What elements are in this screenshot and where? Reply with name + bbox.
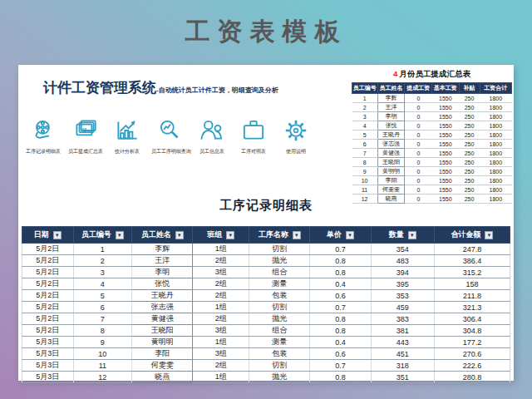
table-cell[interactable]: 250 bbox=[459, 112, 480, 121]
table-cell[interactable]: 11 bbox=[352, 185, 378, 195]
table-cell[interactable]: 0.6 bbox=[310, 290, 371, 302]
filter-dropdown-icon[interactable]: ▼ bbox=[346, 231, 354, 239]
filter-dropdown-icon[interactable]: ▼ bbox=[175, 231, 184, 239]
table-cell[interactable]: 1800 bbox=[480, 185, 511, 195]
table-cell[interactable]: 459 bbox=[371, 302, 434, 313]
table-cell[interactable]: 王晓丹 bbox=[377, 131, 405, 140]
table-cell[interactable]: 5月3日 bbox=[22, 360, 74, 372]
table-cell[interactable]: 5月2日 bbox=[22, 302, 74, 313]
table-cell[interactable]: 张悦 bbox=[377, 121, 405, 131]
table-cell[interactable]: 9 bbox=[352, 167, 378, 176]
table-cell[interactable]: 李明 bbox=[377, 112, 405, 121]
table-cell[interactable]: 394 bbox=[371, 267, 434, 278]
table-cell[interactable]: 1组 bbox=[193, 372, 249, 383]
table-cell[interactable]: 王晓阳 bbox=[132, 325, 193, 337]
table-cell[interactable]: 0.8 bbox=[310, 372, 371, 383]
filter-dropdown-icon[interactable]: ▼ bbox=[116, 231, 124, 239]
table-cell[interactable]: 0.8 bbox=[310, 255, 371, 267]
table-cell[interactable]: 158 bbox=[434, 278, 510, 290]
table-cell[interactable]: 0.8 bbox=[310, 267, 371, 278]
table-cell[interactable]: 1组 bbox=[193, 244, 249, 255]
table-cell[interactable]: 1组 bbox=[193, 337, 249, 348]
table-cell[interactable]: 250 bbox=[459, 185, 480, 195]
table-cell[interactable]: 3组 bbox=[193, 348, 249, 360]
table-cell[interactable]: 1800 bbox=[480, 94, 511, 103]
table-cell[interactable]: 250 bbox=[459, 121, 480, 131]
table-cell[interactable]: 353 bbox=[371, 290, 434, 302]
table-cell[interactable]: 483 bbox=[371, 255, 434, 267]
table-cell[interactable]: 0 bbox=[405, 185, 432, 195]
table-cell[interactable]: 0 bbox=[405, 94, 432, 103]
table-cell[interactable]: 1组 bbox=[193, 302, 249, 313]
table-cell[interactable]: 组合 bbox=[249, 267, 309, 278]
table-cell[interactable]: 包装 bbox=[249, 290, 309, 302]
filter-dropdown-icon[interactable]: ▼ bbox=[226, 231, 234, 239]
table-cell[interactable]: 5月2日 bbox=[22, 278, 74, 290]
table-cell[interactable]: 1800 bbox=[480, 140, 511, 149]
table-cell[interactable]: 5月3日 bbox=[22, 348, 74, 360]
table-cell[interactable]: 1800 bbox=[480, 103, 511, 112]
nav-item-process-records[interactable]: 工序记录明细表 bbox=[23, 116, 63, 155]
nav-item-commission-summary[interactable]: ¥ 员工提成汇总表 bbox=[66, 116, 106, 155]
table-cell[interactable]: 2组 bbox=[193, 360, 249, 372]
table-cell[interactable]: 李明 bbox=[132, 267, 193, 278]
table-cell[interactable]: 0 bbox=[405, 112, 432, 121]
table-cell[interactable]: 2组 bbox=[193, 278, 249, 290]
table-cell[interactable]: 1550 bbox=[431, 94, 459, 103]
table-cell[interactable]: 0.8 bbox=[310, 325, 371, 337]
table-cell[interactable]: 1550 bbox=[431, 149, 459, 158]
table-cell[interactable]: 何雯雯 bbox=[377, 185, 405, 195]
table-cell[interactable]: 组合 bbox=[249, 325, 309, 337]
table-cell[interactable]: 7 bbox=[73, 313, 131, 325]
table-cell[interactable]: 0.4 bbox=[310, 278, 371, 290]
table-cell[interactable]: 晓燕 bbox=[132, 372, 193, 383]
table-cell[interactable]: 250 bbox=[459, 131, 480, 140]
table-cell[interactable]: 0 bbox=[405, 131, 432, 140]
table-cell[interactable]: 6 bbox=[352, 140, 378, 149]
table-cell[interactable]: 383 bbox=[371, 313, 434, 325]
table-cell[interactable]: 2 bbox=[352, 103, 378, 112]
table-cell[interactable]: 黄明明 bbox=[132, 337, 193, 348]
table-cell[interactable]: 315.2 bbox=[434, 267, 510, 278]
table-cell[interactable]: 0 bbox=[405, 103, 432, 112]
nav-item-instructions[interactable]: 使用说明 bbox=[276, 116, 316, 155]
table-cell[interactable]: 5月2日 bbox=[22, 267, 74, 278]
table-cell[interactable]: 5月2日 bbox=[22, 313, 74, 325]
table-cell[interactable]: 250 bbox=[459, 158, 480, 167]
table-cell[interactable]: 321.3 bbox=[434, 302, 510, 313]
table-cell[interactable]: 李辉 bbox=[132, 244, 193, 255]
table-cell[interactable]: 1550 bbox=[431, 176, 459, 185]
table-cell[interactable]: 1550 bbox=[431, 103, 459, 112]
table-cell[interactable]: 1550 bbox=[431, 112, 459, 121]
filter-dropdown-icon[interactable]: ▼ bbox=[53, 231, 62, 239]
table-cell[interactable]: 切割 bbox=[249, 360, 309, 372]
table-cell[interactable]: 451 bbox=[371, 348, 434, 360]
table-cell[interactable]: 1800 bbox=[480, 158, 511, 167]
table-cell[interactable]: 8 bbox=[352, 158, 378, 167]
table-cell[interactable]: 李阳 bbox=[377, 176, 405, 185]
table-cell[interactable]: 5 bbox=[352, 131, 378, 140]
table-cell[interactable]: 12 bbox=[73, 372, 131, 383]
table-cell[interactable]: 李辉 bbox=[377, 94, 405, 103]
table-cell[interactable]: 王洋 bbox=[132, 255, 193, 267]
table-cell[interactable]: 切割 bbox=[249, 302, 309, 313]
table-cell[interactable]: 395 bbox=[371, 278, 434, 290]
table-cell[interactable]: 黄健强 bbox=[132, 313, 193, 325]
table-cell[interactable]: 1800 bbox=[480, 149, 511, 158]
table-cell[interactable]: 1800 bbox=[480, 112, 511, 121]
table-cell[interactable]: 11 bbox=[73, 360, 131, 372]
table-cell[interactable]: 4 bbox=[352, 121, 378, 131]
table-cell[interactable]: 包装 bbox=[249, 348, 309, 360]
filter-dropdown-icon[interactable]: ▼ bbox=[293, 231, 301, 239]
table-cell[interactable]: 211.8 bbox=[434, 290, 510, 302]
table-cell[interactable]: 250 bbox=[459, 103, 480, 112]
nav-item-detail-query[interactable]: 员工工序明细查询 bbox=[150, 116, 190, 155]
table-cell[interactable]: 5月2日 bbox=[22, 255, 74, 267]
table-cell[interactable]: 0 bbox=[405, 121, 432, 131]
table-cell[interactable]: 0 bbox=[405, 149, 432, 158]
table-cell[interactable]: 1800 bbox=[480, 121, 511, 131]
filter-dropdown-icon[interactable]: ▼ bbox=[408, 231, 416, 239]
table-cell[interactable]: 443 bbox=[371, 337, 434, 348]
table-cell[interactable]: 2组 bbox=[193, 255, 249, 267]
table-cell[interactable]: 247.8 bbox=[434, 244, 510, 255]
